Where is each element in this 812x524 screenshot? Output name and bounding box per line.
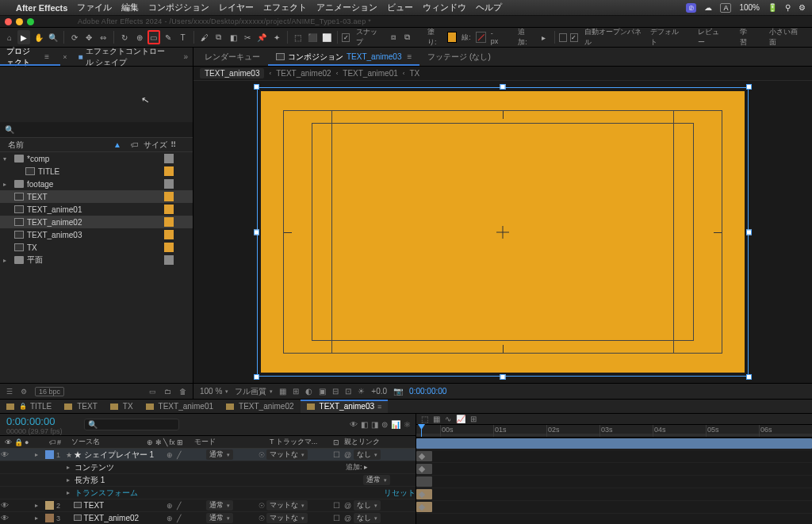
timeline-tab[interactable]: TEXT_anime01: [140, 400, 220, 413]
selection-tool-icon[interactable]: ▶: [17, 30, 30, 44]
tab-composition[interactable]: コンポジション TEXT_anime03 ≡: [268, 48, 419, 66]
graph-editor-icon[interactable]: 📈: [456, 415, 465, 423]
track-lane[interactable]: [416, 463, 812, 476]
tab-render-queue[interactable]: レンダーキュー: [197, 48, 268, 66]
rectangle-tool-icon[interactable]: ▭: [147, 30, 161, 44]
menu-animation[interactable]: アニメーション: [316, 2, 377, 13]
menu-file[interactable]: ファイル: [77, 2, 112, 13]
mask-icon[interactable]: ◐: [305, 387, 312, 396]
crumb-3[interactable]: TX: [409, 69, 419, 78]
layer-row[interactable]: ▸トランスフォームリセット: [0, 487, 416, 499]
col-name[interactable]: 名前: [8, 140, 109, 151]
project-item[interactable]: TEXT_anime02: [0, 216, 193, 228]
frame-blend-icon[interactable]: ◨: [371, 420, 378, 429]
world-axis-icon[interactable]: ⬛: [306, 30, 319, 44]
snap-opt-icon[interactable]: ⧈: [387, 30, 400, 44]
new-folder-icon[interactable]: 🗀: [164, 388, 171, 396]
col-extra-icon[interactable]: ⠿: [170, 140, 185, 149]
pan-camera-tool-icon[interactable]: ✥: [82, 30, 95, 44]
handle-br[interactable]: [746, 374, 752, 380]
stroke-width[interactable]: - px: [488, 29, 505, 45]
project-item[interactable]: TITLE: [0, 165, 193, 178]
roi-icon[interactable]: ▣: [319, 387, 326, 396]
workspace-small[interactable]: 小さい画面: [766, 27, 802, 48]
transparency-grid-icon[interactable]: ⊞: [293, 387, 299, 396]
minimize-window-icon[interactable]: [16, 18, 23, 25]
track-lane[interactable]: [416, 450, 812, 463]
timeline-timecode[interactable]: 0:00:00:00 00000 (29.97 fps): [0, 414, 79, 435]
layer-row[interactable]: ▸コンテンツ追加: ▸: [0, 461, 416, 474]
add-menu-icon[interactable]: ▸: [538, 30, 550, 44]
brush-tool-icon[interactable]: 🖌: [198, 30, 211, 44]
local-axis-icon[interactable]: ⬚: [292, 30, 304, 44]
crumb-1[interactable]: TEXT_anime02: [276, 69, 331, 78]
layer-row[interactable]: 👁▸1★★ シェイプレイヤー 1⊕ ╱通常☉マットな☐@なし: [0, 449, 416, 461]
panel-menu-icon[interactable]: »: [178, 52, 193, 61]
type-tool-icon[interactable]: T: [176, 30, 189, 44]
project-item[interactable]: ▸平面: [0, 254, 193, 266]
timeline-tab[interactable]: TEXT_anime03 ≡: [301, 400, 389, 413]
trash-icon[interactable]: 🗑: [179, 388, 186, 396]
track-lane[interactable]: [416, 438, 812, 450]
col-mode[interactable]: モード: [194, 437, 270, 447]
comp-marker-icon[interactable]: ⬚: [421, 415, 428, 423]
home-tool-icon[interactable]: ⌂: [3, 30, 16, 44]
snap-checkbox[interactable]: [342, 33, 350, 42]
quality-dropdown[interactable]: フル画質: [235, 386, 273, 397]
track-lane[interactable]: [416, 488, 812, 501]
project-search[interactable]: 🔍: [0, 122, 193, 138]
cloud-icon[interactable]: ☁: [704, 3, 712, 12]
crumb-2[interactable]: TEXT_anime01: [343, 69, 397, 78]
handle-tr[interactable]: [746, 84, 752, 90]
graph-icon[interactable]: 📊: [391, 420, 400, 429]
exposure-icon[interactable]: ☀: [358, 387, 365, 396]
snapshot-icon[interactable]: 📷: [393, 387, 403, 396]
track-lane[interactable]: [416, 501, 812, 514]
brain-icon[interactable]: ⚛: [404, 420, 411, 429]
col-source[interactable]: ソース名: [68, 437, 147, 447]
rotate-tool-icon[interactable]: ↻: [118, 30, 131, 44]
composition-viewer[interactable]: [193, 81, 812, 383]
wifi-icon[interactable]: ⚲: [785, 3, 791, 12]
roto-tool-icon[interactable]: ✂: [241, 30, 254, 44]
menu-help[interactable]: ヘルプ: [476, 2, 502, 13]
tab-footage[interactable]: フッテージ (なし): [419, 48, 498, 66]
handle-mr[interactable]: [746, 229, 752, 235]
draft3d-icon[interactable]: ◧: [361, 420, 368, 429]
layer-row[interactable]: ▸長方形 1通常: [0, 474, 416, 487]
control-center-icon[interactable]: ⚙: [799, 3, 806, 12]
workspace-review[interactable]: レビュー: [695, 27, 726, 48]
menu-window[interactable]: ウィンドウ: [423, 2, 466, 13]
close-window-icon[interactable]: [5, 18, 12, 25]
screencast-icon[interactable]: ⎚: [686, 3, 696, 13]
label-column-icon[interactable]: 🏷: [131, 140, 139, 149]
project-item[interactable]: ▾*comp: [0, 152, 193, 165]
motion-blur-icon[interactable]: ⊚: [381, 420, 388, 429]
zoom-tool-icon[interactable]: 🔍: [47, 30, 59, 44]
bezier-checkbox[interactable]: [559, 33, 567, 42]
grid-icon[interactable]: ⊟: [332, 387, 339, 396]
interpret-icon[interactable]: ☰: [6, 388, 13, 396]
handle-bm[interactable]: [500, 374, 506, 380]
timeline-tab[interactable]: TEXT_anime02: [220, 400, 300, 413]
timeline-tracks[interactable]: [416, 438, 812, 524]
channel-icon[interactable]: ▦: [279, 387, 286, 396]
handle-tm[interactable]: [500, 84, 506, 90]
crumb-0[interactable]: TEXT_anime03: [200, 68, 264, 78]
snap-opt2-icon[interactable]: ⧉: [401, 30, 414, 44]
handle-ml[interactable]: [254, 229, 259, 235]
menu-effect[interactable]: エフェクト: [263, 2, 307, 13]
timeline-tab[interactable]: TX: [104, 400, 140, 413]
wand-tool-icon[interactable]: ✦: [270, 30, 283, 44]
timeline-search-input[interactable]: [84, 419, 179, 430]
app-name[interactable]: After Effects: [16, 3, 67, 13]
pen-tool-icon[interactable]: ✎: [162, 30, 174, 44]
anchor-tool-icon[interactable]: ⊕: [132, 30, 145, 44]
layer-row[interactable]: 👁▸2 TEXT⊕ ╱通常☉マットな☐@なし: [0, 499, 416, 512]
viewer-timecode[interactable]: 0:00:00:00: [409, 387, 446, 396]
project-item[interactable]: TEXT: [0, 190, 193, 203]
view-axis-icon[interactable]: ⬜: [320, 30, 333, 44]
new-comp-icon[interactable]: ▭: [149, 388, 156, 396]
project-item[interactable]: ▸footage: [0, 178, 193, 190]
timeline-tab[interactable]: 🔒TITLE: [0, 400, 58, 413]
